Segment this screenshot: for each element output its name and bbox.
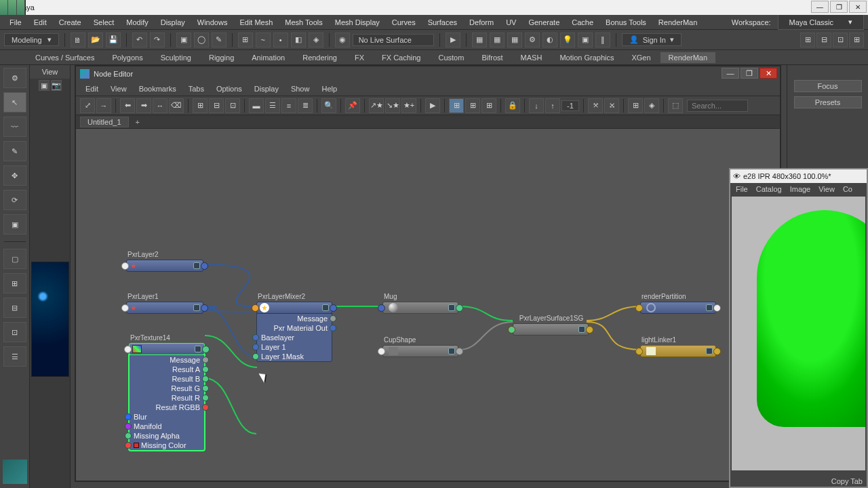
node-pxrlayer1[interactable]: PxrLayer1 ★ — [126, 293, 203, 314]
output-port[interactable] — [456, 304, 463, 312]
maximize-button[interactable]: ❐ — [741, 68, 758, 79]
shelf-tab[interactable]: MASH — [513, 52, 551, 63]
redo-icon[interactable]: ↷ — [150, 33, 165, 47]
depth-down-icon[interactable]: ↓ — [529, 98, 544, 113]
menu-curves[interactable]: Curves — [387, 17, 421, 28]
rotate-tool-icon[interactable]: ⟳ — [3, 190, 26, 210]
shelf-tab[interactable]: Rendering — [294, 52, 345, 63]
graph-output-icon[interactable]: ➡ — [136, 98, 151, 113]
grid-icon[interactable]: ⊞ — [449, 98, 464, 113]
menu-mesh-tools[interactable]: Mesh Tools — [279, 17, 328, 28]
minimize-button[interactable]: — — [722, 68, 739, 79]
node-header[interactable] — [513, 323, 589, 336]
menu-renderman[interactable]: RenderMan — [653, 17, 703, 28]
layout-vert-icon[interactable]: ⊟ — [3, 298, 26, 318]
node-header[interactable]: ★ — [126, 260, 203, 272]
shelf-tab[interactable]: Motion Graphics — [551, 52, 622, 63]
sync-off-icon[interactable]: ↘★ — [385, 98, 400, 113]
shelf-tab[interactable]: Polygons — [104, 52, 151, 63]
undo-icon[interactable]: ↶ — [132, 33, 147, 47]
snap-icon[interactable]: ◈ — [644, 98, 659, 113]
shelf-tab[interactable]: FX — [347, 52, 372, 63]
ipr-icon[interactable]: ▦ — [507, 33, 522, 47]
lock-icon[interactable]: 🔒 — [505, 98, 520, 113]
expand-icon[interactable]: ⤧ — [588, 98, 603, 113]
attr-result-rgb[interactable]: Result RGBB — [130, 403, 204, 412]
ne-menu-bookmarks[interactable]: Bookmarks — [134, 83, 182, 94]
collapse-icon[interactable] — [578, 326, 585, 333]
close-button[interactable]: ✕ — [849, 1, 867, 13]
attr-message[interactable]: Message — [130, 355, 204, 365]
collapse-icon[interactable] — [706, 304, 713, 311]
lasso-tool-icon[interactable]: 〰 — [3, 117, 26, 137]
shelf-tab[interactable]: Sculpting — [153, 52, 199, 63]
menu-generate[interactable]: Generate — [523, 17, 565, 28]
camera-icon[interactable]: ▣ — [39, 80, 50, 91]
render-frame-icon[interactable]: ▦ — [490, 33, 505, 47]
shelf-tab[interactable]: XGen — [623, 52, 658, 63]
attr-missing-color[interactable]: Missing Color — [130, 441, 204, 450]
node-header[interactable] — [129, 343, 205, 355]
node-pxrtexture14[interactable]: PxrTexture14 Message Result A Result B R… — [129, 334, 205, 451]
input-icon[interactable]: → — [96, 98, 111, 113]
ne-tab-add[interactable]: + — [132, 117, 144, 127]
input-port[interactable] — [121, 262, 129, 270]
input-port[interactable] — [635, 304, 643, 312]
menu-cache[interactable]: Cache — [566, 17, 599, 28]
presets-button[interactable]: Presets — [794, 96, 862, 108]
collapse-icon[interactable] — [193, 304, 200, 311]
ne-menu-tabs[interactable]: Tabs — [183, 83, 210, 94]
copy-tab-button[interactable]: Copy Tab — [831, 477, 863, 485]
scale-tool-icon[interactable]: ▣ — [3, 214, 26, 235]
menu-edit[interactable]: Edit — [28, 17, 52, 28]
render-settings-icon[interactable]: ⚙ — [525, 33, 540, 47]
output-port[interactable] — [456, 348, 463, 355]
depth-field[interactable]: -1 — [561, 100, 579, 111]
attr-layer1mask[interactable]: Layer 1Mask — [257, 352, 332, 361]
ne-menu-view[interactable]: View — [105, 83, 132, 94]
layout-icon[interactable]: ⊡ — [225, 98, 240, 113]
select-tool-icon[interactable]: ↖ — [3, 92, 26, 113]
snap-grid-icon[interactable]: ⊞ — [238, 33, 253, 47]
attr-result-b[interactable]: Result B — [130, 374, 204, 384]
output-port[interactable] — [202, 346, 210, 353]
menu-display[interactable]: Display — [155, 17, 191, 28]
shelf-tab[interactable]: Curves / Surfaces — [27, 52, 102, 63]
node-canvas[interactable]: PxrLayer2 ★ PxrLayer1 ★ — [76, 129, 780, 481]
new-scene-icon[interactable]: 🗎 — [71, 33, 85, 47]
toggle-icon[interactable]: ▶ — [446, 33, 460, 47]
attr-message[interactable]: Message — [257, 314, 332, 323]
ipr-menu-image[interactable]: Image — [786, 184, 815, 194]
output-port[interactable] — [713, 348, 721, 355]
ipr-menu-view[interactable]: View — [814, 184, 839, 194]
collapse-icon[interactable] — [448, 304, 455, 311]
attr-baselayer[interactable]: Baselayer — [257, 333, 332, 342]
menu-file[interactable]: File — [4, 17, 27, 28]
grid-icon[interactable]: ⊞ — [465, 98, 480, 113]
live-toggle-icon[interactable]: ◉ — [335, 33, 350, 47]
attr-missing-alpha[interactable]: Missing Alpha — [130, 431, 204, 441]
node-pxrlayer2[interactable]: PxrLayer2 ★ — [126, 251, 203, 272]
minimize-button[interactable]: — — [811, 1, 829, 13]
shelf-tab-active[interactable]: RenderMan — [660, 52, 715, 63]
node-header[interactable] — [382, 345, 458, 357]
node-header[interactable] — [640, 345, 716, 357]
play-icon[interactable]: ▶ — [425, 98, 440, 113]
save-scene-icon[interactable]: 💾 — [106, 33, 121, 47]
collapse-icon[interactable] — [448, 348, 455, 354]
close-button[interactable]: ✕ — [760, 68, 777, 79]
panel-layout-icon[interactable]: ⊞ — [849, 33, 864, 47]
graph-input-icon[interactable]: ⬅ — [120, 98, 135, 113]
output-port[interactable] — [201, 262, 208, 270]
lasso-icon[interactable]: ◯ — [194, 33, 209, 47]
snap-plane-icon[interactable]: ◧ — [291, 33, 306, 47]
snap-curve-icon[interactable]: ~ — [256, 33, 271, 47]
playblast-icon[interactable]: ▣ — [578, 33, 593, 47]
node-render-partition[interactable]: renderPartition — [640, 293, 716, 314]
node-mug[interactable]: Mug — [382, 293, 458, 314]
live-surface-field[interactable]: No Live Surface — [353, 34, 434, 46]
node-header[interactable]: ★ — [256, 302, 332, 314]
menu-mesh-display[interactable]: Mesh Display — [330, 17, 385, 28]
snap-live-icon[interactable]: ◈ — [309, 33, 323, 47]
menu-windows[interactable]: Windows — [192, 17, 233, 28]
